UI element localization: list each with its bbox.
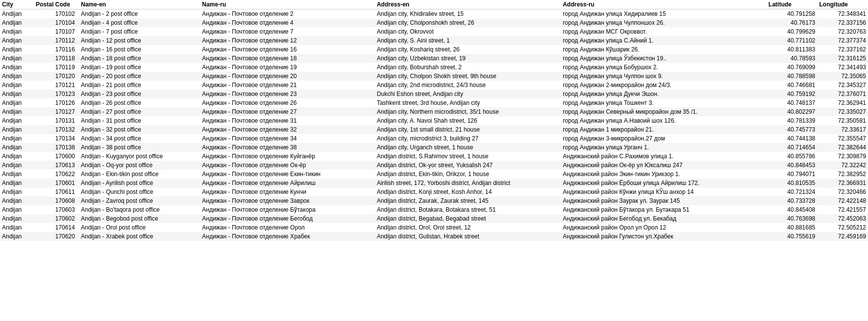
table-cell: Andijan [0, 161, 34, 170]
table-cell: 72.459169 [817, 232, 868, 241]
table-cell: 170608 [34, 196, 79, 205]
table-cell: 170611 [34, 187, 79, 196]
table-cell: Андижан - Почтовое отделение 26 [200, 98, 375, 107]
table-cell: 72.452063 [817, 214, 868, 223]
data-table: City Postal Code Name-en Name-ru Address… [0, 0, 868, 241]
table-cell: Andijan [0, 72, 34, 81]
table-cell: Andijan - 2 post office [79, 9, 200, 19]
table-cell: Andijan - 27 post office [79, 107, 200, 116]
table-cell: Андижанский район Кўнжи улица КЎш анхор … [561, 187, 766, 196]
header-name-ru[interactable]: Name-ru [200, 0, 375, 9]
table-cell: 40.748137 [767, 98, 818, 107]
table-cell: Андижан - Почтовое отделение 27 [200, 107, 375, 116]
table-cell: Andijan - Orol post office [79, 223, 200, 232]
table-row: Andijan170123Andijan - 23 post officeАнд… [0, 90, 868, 98]
table-cell: 40.788598 [767, 72, 818, 81]
table-row: Andijan170112Andijan - 12 post officeАнд… [0, 36, 868, 45]
table-cell: Andijan [0, 90, 34, 98]
table-cell: Andijan - 21 post office [79, 81, 200, 90]
table-cell: Андижан - Почтовое отделение 4 [200, 18, 375, 27]
table-cell: 170116 [34, 45, 79, 54]
table-cell: 72.350581 [817, 116, 868, 125]
table-cell: 40.763698 [767, 214, 818, 223]
table-cell: Андижан - Почтовое отделение 38 [200, 143, 375, 152]
header-city[interactable]: City [0, 0, 34, 9]
table-cell: Andijan [0, 152, 34, 161]
table-cell: 170614 [34, 223, 79, 232]
table-cell: 72.309879 [817, 152, 868, 161]
table-cell: Andijan [0, 214, 34, 223]
table-cell: Andijan [0, 196, 34, 205]
table-cell: Andijan [0, 18, 34, 27]
table-cell: Andijan [0, 179, 34, 187]
table-cell: 40.78593 [767, 54, 818, 63]
table-cell: Andijan - 19 post office [79, 63, 200, 72]
table-cell: город Андижан 3-микрорайон.27 дом [561, 134, 766, 143]
table-cell: Андижан - Почтовое отделение Ок-ёр [200, 161, 375, 170]
table-cell: Андижанский район Бўтакора ул. Бутакара … [561, 205, 766, 214]
table-cell: 170126 [34, 98, 79, 107]
table-cell: Airilish street, 172, Yorboshi district,… [375, 179, 561, 187]
table-cell: Andijan [0, 205, 34, 214]
table-cell: Андижан - Почтовое отделение Кунчи [200, 187, 375, 196]
table-cell: Andijan city, Boburshah street, 2 [375, 63, 561, 72]
table-cell: город Андижан 1 микрорайон 21. [561, 125, 766, 134]
table-cell: 170120 [34, 72, 79, 81]
table-cell: Андижан - Почтовое отделение Орол [200, 223, 375, 232]
header-address-en[interactable]: Address-en [375, 0, 561, 9]
table-cell: Andijan [0, 116, 34, 125]
table-cell: Andijan city, Uzbekistan street, 19 [375, 54, 561, 63]
table-cell: Dukchi Eshon street, Andijan city [375, 90, 561, 98]
table-cell: Андижан - Почтовое отделение 34 [200, 134, 375, 143]
table-cell: 72.337162 [817, 45, 868, 54]
table-row: Andijan170608Andijan - Zavroq post offic… [0, 196, 868, 205]
header-latitude[interactable]: Latitude [767, 0, 818, 9]
table-cell: Andijan city, Cholpon Shokh street, 9th … [375, 72, 561, 81]
header-longitude[interactable]: Longitude [817, 0, 868, 9]
table-cell: Andijan [0, 54, 34, 63]
table-cell: город Андижан улица С.Айний 1. [561, 36, 766, 45]
header-name-en[interactable]: Name-en [79, 0, 200, 9]
table-cell: Андижанский район Ок-ёр ул Юксалиш 247 [561, 161, 766, 170]
header-postal-code[interactable]: Postal Code [34, 0, 79, 9]
table-cell: 72.382644 [817, 143, 868, 152]
table-row: Andijan170131Andijan - 31 post officeАнд… [0, 116, 868, 125]
table-cell: 72.341493 [817, 63, 868, 72]
table-cell: Andijan - Ayrilish post office [79, 179, 200, 187]
table-cell: Andijan - 26 post office [79, 98, 200, 107]
table-cell: Андижан - Почтовое отделение 18 [200, 54, 375, 63]
table-cell: 170132 [34, 125, 79, 134]
table-cell: Andijan - Zavroq post office [79, 196, 200, 205]
table-cell: 40.799629 [767, 27, 818, 36]
table-cell: 72.422148 [817, 196, 868, 205]
table-cell: Andijan city, 2nd microdistrict, 24/3 ho… [375, 81, 561, 90]
table-row: Andijan170126Andijan - 26 post officeАнд… [0, 98, 868, 107]
table-cell: Андижан - Почтовое отделение 2 [200, 9, 375, 19]
table-cell: Andijan district, Zaurak, Zaurak street,… [375, 196, 561, 205]
header-address-ru[interactable]: Address-ru [561, 0, 766, 9]
table-cell: Андижан - Почтовое отделение 19 [200, 63, 375, 72]
table-cell: Andijan district, Ekin-tikin, Orikzor, 1… [375, 170, 561, 179]
table-row: Andijan170603Andijan - Bo'taqora post of… [0, 205, 868, 214]
table-cell: Andijan district, Gulistan, Hrabek stree… [375, 232, 561, 241]
table-cell: 170620 [34, 232, 79, 241]
table-row: Andijan170107Andijan - 7 post officeАнди… [0, 27, 868, 36]
table-cell: город Андижан улица А.Навоий шох 126. [561, 116, 766, 125]
table-cell: Андижан - Почтовое отделение 31 [200, 116, 375, 125]
table-cell: Andijan - Oq-yor post office [79, 161, 200, 170]
table-cell: 72.33617 [817, 125, 868, 134]
table-cell: 170102 [34, 9, 79, 19]
table-cell: Andijan [0, 170, 34, 179]
table-cell: 72.421557 [817, 205, 868, 214]
table-row: Andijan170120Andijan - 20 post officeАнд… [0, 72, 868, 81]
table-row: Andijan170613Andijan - Oq-yor post offic… [0, 161, 868, 170]
table-cell: Andijan [0, 125, 34, 134]
table-cell: Андижан - Почтовое отделение 20 [200, 72, 375, 81]
table-cell: 170104 [34, 18, 79, 27]
table-cell: Андижан - Почтовое отделение Бўтакора [200, 205, 375, 214]
table-cell: 72.345327 [817, 81, 868, 90]
table-row: Andijan170601Andijan - Ayrilish post off… [0, 179, 868, 187]
table-cell: 40.855786 [767, 152, 818, 161]
table-cell: 40.802297 [767, 107, 818, 116]
table-cell: 40.769099 [767, 63, 818, 72]
